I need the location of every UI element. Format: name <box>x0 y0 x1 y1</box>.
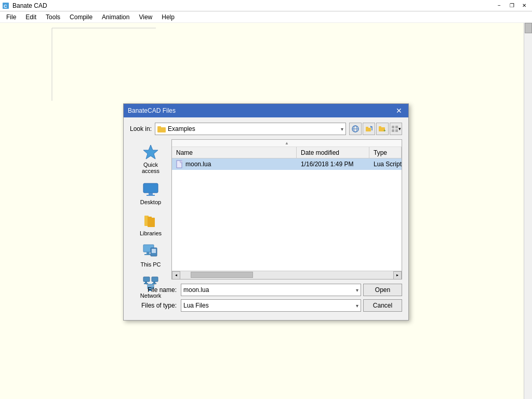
sidebar-item-this-pc[interactable]: This PC <box>132 241 169 270</box>
minimize-button[interactable]: − <box>494 2 505 10</box>
bottom-fields: File name: moon.lua ▾ Open Files of type… <box>130 280 402 312</box>
filetype-label: Files of type: <box>130 302 177 309</box>
filename-row: File name: moon.lua ▾ Open <box>130 284 402 296</box>
filename-label: File name: <box>130 286 177 294</box>
menu-help[interactable]: Help <box>157 12 179 22</box>
filetype-dropdown-arrow: ▾ <box>356 303 358 309</box>
canvas-area: BanateCAD Files ✕ Look in: <box>0 23 532 399</box>
cancel-button[interactable]: Cancel <box>363 299 402 312</box>
quick-access-icon <box>142 144 159 161</box>
menu-animation[interactable]: Animation <box>98 12 134 22</box>
file-date-cell: 1/16/2018 1:49 PM <box>297 158 369 170</box>
svg-rect-20 <box>366 127 368 128</box>
menu-edit[interactable]: Edit <box>21 12 41 22</box>
svg-rect-32 <box>147 195 155 196</box>
close-button[interactable]: ✕ <box>518 2 530 10</box>
svg-rect-35 <box>148 218 155 227</box>
dialog-title: BanateCAD Files <box>128 107 176 114</box>
svg-rect-58 <box>180 161 182 163</box>
dialog-title-bar: BanateCAD Files ✕ <box>124 104 408 117</box>
sidebar-label-desktop: Desktop <box>140 199 161 205</box>
web-icon <box>352 125 359 132</box>
view-button[interactable]: ▾ <box>390 123 402 135</box>
cad-drawing <box>0 23 156 101</box>
scroll-up-indicator: ▲ <box>285 141 289 145</box>
sidebar: Quick access Desktop <box>130 139 171 280</box>
lua-file-icon <box>176 160 183 168</box>
horizontal-scrollbar[interactable]: ◂ ▸ <box>172 271 402 279</box>
menu-tools[interactable]: Tools <box>42 12 64 22</box>
sidebar-item-desktop[interactable]: Desktop <box>132 179 169 208</box>
toolbar-buttons: + ▾ <box>349 123 402 135</box>
libraries-icon <box>142 212 159 229</box>
svg-rect-24 <box>392 126 394 128</box>
desktop-icon <box>142 181 159 198</box>
svg-text:C: C <box>4 4 7 9</box>
app-icon: C <box>2 2 9 9</box>
file-name-cell: moon.lua <box>172 158 297 170</box>
menu-view[interactable]: View <box>135 12 156 22</box>
filetype-dropdown[interactable]: Lua Files ▾ <box>181 299 361 312</box>
file-type-cell: Lua Script <box>369 158 402 170</box>
svg-rect-48 <box>152 277 158 282</box>
svg-rect-22 <box>379 126 381 128</box>
main-area: Quick access Desktop <box>130 139 402 280</box>
file-list-header: Name Date modified Type <box>172 147 402 158</box>
file-list: ▲ Name Date modified Type <box>171 139 402 280</box>
menu-file[interactable]: File <box>2 12 20 22</box>
app-title: Banate CAD <box>12 2 47 9</box>
column-type[interactable]: Type <box>369 147 402 158</box>
up-icon <box>365 125 373 132</box>
svg-rect-46 <box>144 283 148 284</box>
file-list-body[interactable]: moon.lua 1/16/2018 1:49 PM Lua Script <box>172 158 402 271</box>
title-bar: C Banate CAD − ❐ ✕ <box>0 0 532 11</box>
new-folder-icon: + <box>379 125 386 132</box>
svg-text:+: + <box>383 128 386 132</box>
scroll-thumb[interactable] <box>191 272 253 278</box>
new-folder-button[interactable]: + <box>376 123 389 135</box>
sidebar-item-quick-access[interactable]: Quick access <box>132 141 169 177</box>
sidebar-label-quick-access: Quick access <box>134 162 167 174</box>
filename-dropdown-arrow: ▾ <box>356 287 358 293</box>
dialog-content: Look in: Examples ▾ <box>124 117 408 320</box>
filetype-row: Files of type: Lua Files ▾ Cancel <box>130 299 402 312</box>
look-in-label: Look in: <box>130 125 152 132</box>
open-button[interactable]: Open <box>363 284 402 296</box>
table-row[interactable]: moon.lua 1/16/2018 1:49 PM Lua Script <box>172 158 402 170</box>
svg-rect-30 <box>143 183 158 193</box>
svg-marker-28 <box>143 145 158 159</box>
menu-compile[interactable]: Compile <box>65 12 97 22</box>
svg-rect-39 <box>147 252 150 254</box>
scrollbar-thumb[interactable] <box>525 23 532 33</box>
look-in-dropdown[interactable]: Examples ▾ <box>155 123 346 135</box>
view-icon <box>391 125 398 132</box>
dialog-close-button[interactable]: ✕ <box>394 106 404 115</box>
svg-rect-25 <box>395 126 398 128</box>
svg-rect-31 <box>149 193 153 195</box>
scroll-right-button[interactable]: ▸ <box>393 271 402 280</box>
svg-rect-44 <box>143 277 150 282</box>
web-folder-button[interactable] <box>349 123 362 135</box>
this-pc-icon <box>142 244 159 260</box>
svg-rect-15 <box>157 126 161 128</box>
column-name[interactable]: Name <box>172 147 297 158</box>
menu-bar: File Edit Tools Compile Animation View H… <box>0 11 532 23</box>
look-in-row: Look in: Examples ▾ <box>130 123 402 135</box>
svg-rect-36 <box>148 217 152 219</box>
scroll-track[interactable] <box>180 271 393 280</box>
title-bar-controls: − ❐ ✕ <box>494 2 530 10</box>
restore-button[interactable]: ❐ <box>506 2 517 10</box>
look-in-arrow: ▾ <box>341 126 343 132</box>
vertical-scrollbar[interactable] <box>524 23 532 399</box>
column-date[interactable]: Date modified <box>297 147 369 158</box>
scroll-left-button[interactable]: ◂ <box>172 271 180 280</box>
filename-input-wrap: moon.lua ▾ Open <box>181 284 402 296</box>
filetype-input-wrap: Lua Files ▾ Cancel <box>181 299 402 312</box>
sidebar-item-libraries[interactable]: Libraries <box>132 210 169 239</box>
folder-icon <box>157 125 166 132</box>
sidebar-label-this-pc: This PC <box>140 261 161 268</box>
up-folder-button[interactable] <box>363 123 375 135</box>
look-in-value: Examples <box>168 125 195 132</box>
filename-input[interactable]: moon.lua ▾ <box>181 284 361 296</box>
sidebar-label-libraries: Libraries <box>140 230 162 236</box>
